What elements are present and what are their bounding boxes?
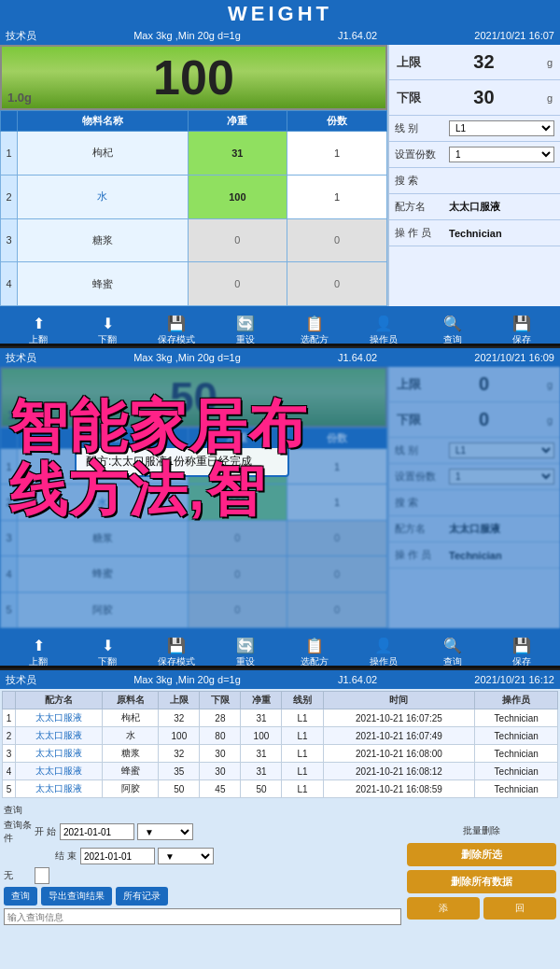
p3-row-time: 2021-10-21 16:08:59 — [323, 780, 475, 798]
p2-role: 技术员 — [6, 351, 36, 365]
p3-start-label: 开 始 — [35, 825, 57, 838]
p1-row-weight: 31 — [188, 132, 287, 176]
p3-row-material: 枸杞 — [102, 709, 158, 727]
toolbar-btn-7[interactable]: 💾保存 — [497, 635, 546, 666]
p3-row-lower: 30 — [200, 745, 241, 763]
panel3-topbar: 技术员 Max 3kg ,Min 20g d=1g J1.64.02 2021/… — [0, 670, 560, 689]
p3-end-select[interactable]: ▼ — [158, 848, 214, 864]
toolbar-btn-3[interactable]: 🔄重设 — [221, 635, 270, 666]
p3-th-line: 线别 — [282, 692, 323, 709]
toolbar-btn-7[interactable]: 💾保存 — [497, 313, 546, 344]
p3-row-num: 3 — [3, 745, 16, 763]
p3-search-input[interactable] — [4, 908, 401, 925]
p1-portions-row: 设置份数 1 — [389, 142, 560, 168]
toolbar-icon-1: ⬇ — [94, 635, 120, 655]
toolbar-btn-1[interactable]: ⬇下翻 — [83, 313, 132, 344]
p1-row-portions: 0 — [287, 262, 387, 306]
p3-row-operator: Technician — [475, 745, 558, 763]
toolbar-btn-2[interactable]: 💾保存模式 — [152, 635, 201, 666]
p3-row-time: 2021-10-21 16:08:00 — [323, 745, 475, 763]
p3-query-label: 查询 — [4, 804, 401, 817]
p3-row-line: L1 — [282, 780, 323, 798]
toolbar-label-7: 保存 — [512, 655, 531, 666]
p3-row-upper: 50 — [159, 780, 200, 798]
toolbar-btn-6[interactable]: 🔍查询 — [428, 635, 477, 666]
toolbar-icon-3: 🔄 — [232, 313, 259, 333]
p1-row-num: 3 — [1, 218, 18, 262]
toolbar-btn-5[interactable]: 👤操作员 — [359, 313, 408, 344]
p3-th-time: 时间 — [323, 692, 475, 709]
p3-row-operator: Technician — [475, 709, 558, 727]
p3-row-operator: Technician — [475, 780, 558, 798]
p3-row-operator: Technician — [475, 763, 558, 780]
table-row: 2水1001 — [1, 175, 387, 218]
p3-row-material: 蜂蜜 — [102, 763, 158, 780]
toolbar-btn-0[interactable]: ⬆上翻 — [14, 313, 63, 344]
p3-add-btn[interactable]: 添 — [407, 897, 480, 920]
toolbar-btn-1[interactable]: ⬇下翻 — [83, 635, 132, 666]
toolbar-label-1: 下翻 — [98, 333, 117, 344]
p1-col-portions: 份数 — [287, 111, 387, 132]
p3-row-num: 2 — [3, 727, 16, 745]
toolbar-label-0: 上翻 — [29, 333, 48, 344]
p3-filter-input[interactable] — [35, 867, 49, 884]
toolbar-label-6: 查询 — [443, 655, 462, 666]
p3-allrecords-btn[interactable]: 所有记录 — [116, 887, 168, 906]
p3-row-upper: 35 — [159, 763, 200, 780]
p3-delete-all-btn[interactable]: 删除所有数据 — [407, 870, 556, 893]
p1-row-name: 糖浆 — [18, 218, 189, 262]
toolbar-label-3: 重设 — [236, 333, 255, 344]
p3-th-upper: 上限 — [159, 692, 200, 709]
p3-delete-selected-btn[interactable]: 删除所选 — [407, 843, 556, 866]
p3-export-btn[interactable]: 导出查询结果 — [41, 887, 112, 906]
p1-upper-unit: g — [547, 57, 553, 68]
p1-row-name: 枸杞 — [18, 132, 189, 176]
toolbar-label-1: 下翻 — [98, 655, 117, 666]
p3-data-table: 配方名 原料名 上限 下限 净重 线别 时间 操作员 1太太口服液枸杞32283… — [2, 691, 558, 798]
table-row: 2太太口服液水10080100L12021-10-21 16:07:49Tech… — [3, 727, 558, 745]
p3-query-batch-row: 查询 查询条件 开 始 ▼ 结 束 ▼ 无 — [0, 800, 560, 930]
p1-row-num: 4 — [1, 262, 18, 306]
panel3: 技术员 Max 3kg ,Min 20g d=1g J1.64.02 2021/… — [0, 670, 560, 969]
p3-end-input[interactable] — [80, 848, 155, 864]
toolbar-btn-6[interactable]: 🔍查询 — [428, 313, 477, 344]
p1-upper-label: 上限 — [397, 54, 421, 71]
p1-col-num — [1, 111, 18, 132]
p3-confirm-btn[interactable]: 回 — [483, 897, 556, 920]
p1-lower-unit: g — [547, 92, 553, 104]
p1-portions-select[interactable]: 1 — [449, 147, 554, 162]
p3-row-formula: 太太口服液 — [16, 763, 103, 780]
toolbar-btn-2[interactable]: 💾保存模式 — [152, 313, 201, 344]
p2-toolbar: ⬆上翻⬇下翻💾保存模式🔄重设📋选配方👤操作员🔍查询💾保存 — [0, 628, 560, 666]
p1-scale-unit: 1.0g — [7, 91, 32, 105]
p2-scale-unit: 1.0g — [7, 408, 32, 422]
p3-query-btn[interactable]: 查询 — [4, 887, 37, 906]
p1-operator-label: 操 作 员 — [395, 226, 449, 240]
p3-row-net: 31 — [241, 763, 282, 780]
p3-row-num: 4 — [3, 763, 16, 780]
p2-spec: Max 3kg ,Min 20g d=1g — [133, 352, 241, 363]
p1-row-num: 2 — [1, 175, 18, 218]
p1-row-weight: 100 — [188, 175, 287, 218]
p3-row-net: 100 — [241, 727, 282, 745]
p3-start-select[interactable]: ▼ — [137, 823, 193, 840]
p3-row-num: 5 — [3, 780, 16, 798]
p3-th-operator: 操作员 — [475, 692, 558, 709]
app-title: WEIGHT — [228, 2, 332, 25]
table-row: 1太太口服液枸杞322831L12021-10-21 16:07:25Techn… — [3, 709, 558, 727]
p2-lower-value: 0 — [479, 409, 489, 430]
toolbar-btn-3[interactable]: 🔄重设 — [221, 313, 270, 344]
toolbar-icon-4: 📋 — [301, 313, 328, 333]
p3-start-input[interactable] — [60, 823, 134, 840]
p1-spec: Max 3kg ,Min 20g d=1g — [133, 30, 241, 41]
p1-row-name: 蜂蜜 — [18, 262, 189, 306]
toolbar-btn-5[interactable]: 👤操作员 — [359, 635, 408, 666]
table-row: 4太太口服液蜂蜜353031L12021-10-21 16:08:12Techn… — [3, 763, 558, 780]
p3-row-time: 2021-10-21 16:08:12 — [323, 763, 475, 780]
toolbar-btn-4[interactable]: 📋选配方 — [290, 635, 339, 666]
toolbar-btn-0[interactable]: ⬆上翻 — [14, 635, 63, 666]
p1-line-select[interactable]: L1 — [449, 120, 554, 136]
p3-row-upper: 100 — [159, 727, 200, 745]
toolbar-label-2: 保存模式 — [158, 655, 195, 666]
toolbar-btn-4[interactable]: 📋选配方 — [290, 313, 339, 344]
